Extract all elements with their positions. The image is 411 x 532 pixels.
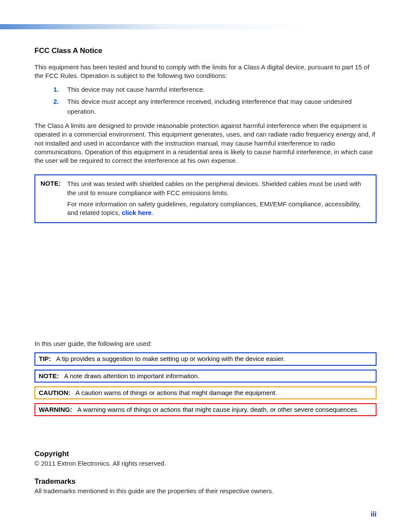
- guide-intro: In this user guide, the following are us…: [34, 339, 377, 348]
- tip-callout: TIP: A tip provides a suggestion to make…: [34, 352, 377, 365]
- footer-section: Copyright © 2011 Extron Electronics. All…: [34, 450, 377, 500]
- header-gradient-bar: [0, 24, 411, 29]
- caution-callout: CAUTION: A caution warns of things or ac…: [34, 386, 377, 399]
- copyright-text: © 2011 Extron Electronics. All rights re…: [34, 459, 377, 468]
- tip-text: A tip provides a suggestion to make sett…: [56, 355, 285, 363]
- note-callout-text: A note draws attention to important info…: [64, 372, 199, 380]
- click-here-link[interactable]: click here: [122, 209, 152, 216]
- note-box: NOTE: This unit was tested with shielded…: [34, 174, 377, 223]
- note-body: This unit was tested with shielded cable…: [67, 180, 371, 217]
- note-p2-prefix: For more information on safety guideline…: [67, 200, 361, 216]
- note-callout: NOTE: A note draws attention to importan…: [34, 370, 377, 383]
- warning-text: A warning warns of things or actions tha…: [78, 405, 359, 414]
- list-item: This device must accept any interference…: [53, 97, 377, 116]
- caution-text: A caution warns of things or actions tha…: [75, 389, 277, 397]
- fcc-para2: The Class A limits are designed to provi…: [34, 121, 377, 165]
- fcc-intro: This equipment has been tested and found…: [34, 63, 377, 81]
- note-text-2: For more information on safety guideline…: [67, 200, 371, 218]
- tip-label: TIP:: [39, 355, 56, 363]
- warning-callout: WARNING: A warning warns of things or ac…: [34, 403, 377, 416]
- list-item: This device may not cause harmful interf…: [53, 85, 377, 95]
- warning-label: WARNING:: [39, 405, 78, 414]
- guide-section: In this user guide, the following are us…: [34, 339, 377, 416]
- fcc-heading: FCC Class A Notice: [34, 47, 377, 55]
- trademarks-heading: Trademarks: [34, 477, 377, 486]
- main-content: FCC Class A Notice This equipment has be…: [34, 47, 377, 223]
- note-p2-suffix: .: [152, 209, 153, 216]
- trademarks-text: All trademarks mentioned in this guide a…: [34, 487, 377, 495]
- caution-label: CAUTION:: [39, 389, 75, 397]
- copyright-heading: Copyright: [34, 450, 377, 458]
- note-text-1: This unit was tested with shielded cable…: [67, 180, 371, 197]
- page-number: iii: [371, 510, 377, 518]
- fcc-conditions-list: This device may not cause harmful interf…: [53, 85, 377, 117]
- note-label: NOTE:: [40, 180, 67, 217]
- note-callout-label: NOTE:: [39, 372, 64, 380]
